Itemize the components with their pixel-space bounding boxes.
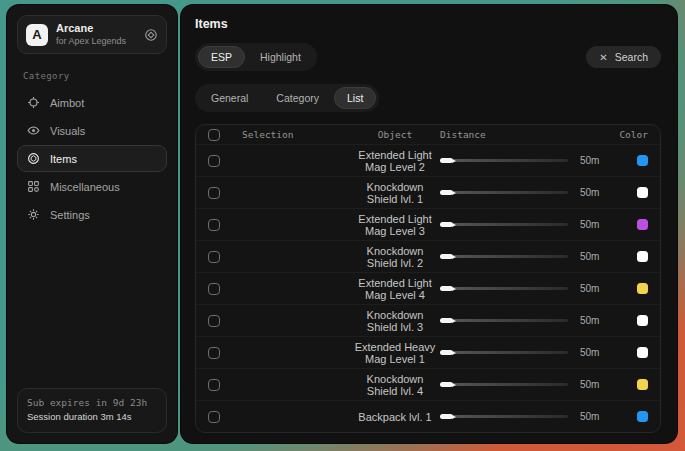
sidebar-item-items[interactable]: Items bbox=[17, 145, 167, 172]
distance-slider[interactable] bbox=[440, 283, 568, 295]
slider-track bbox=[440, 191, 568, 194]
color-swatch[interactable] bbox=[637, 219, 648, 230]
column-header-selection: Selection bbox=[242, 129, 350, 140]
slider-handle[interactable] bbox=[440, 254, 453, 259]
slider-handle[interactable] bbox=[440, 382, 453, 387]
sidebar-item-settings[interactable]: Settings bbox=[17, 201, 167, 228]
distance-slider[interactable] bbox=[440, 251, 568, 263]
sidebar-item-label: Settings bbox=[50, 209, 90, 221]
table-row: Extended Light Mag Level 2 50m bbox=[196, 144, 660, 176]
app-logo: A bbox=[26, 24, 48, 46]
slider-handle[interactable] bbox=[440, 158, 453, 163]
distance-slider[interactable] bbox=[440, 411, 568, 423]
column-header-color: Color bbox=[614, 129, 648, 140]
table-row: Knockdown Shield lvl. 4 50m bbox=[196, 368, 660, 400]
sidebar-item-aimbot[interactable]: Aimbot bbox=[17, 89, 167, 116]
sidebar: A Arcane for Apex Legends Category Aimbo… bbox=[7, 5, 177, 443]
distance-value: 50m bbox=[568, 251, 614, 262]
color-swatch[interactable] bbox=[637, 251, 648, 262]
tab-general[interactable]: General bbox=[198, 87, 261, 109]
slider-track bbox=[440, 383, 568, 386]
app-subtitle: for Apex Legends bbox=[56, 36, 136, 47]
row-object-label: Knockdown Shield lvl. 4 bbox=[350, 373, 440, 397]
slider-handle[interactable] bbox=[440, 414, 453, 419]
distance-slider[interactable] bbox=[440, 187, 568, 199]
sidebar-item-label: Items bbox=[50, 153, 77, 165]
table-row: Backpack lvl. 1 50m bbox=[196, 400, 660, 432]
tab-esp[interactable]: ESP bbox=[198, 46, 245, 68]
distance-slider[interactable] bbox=[440, 379, 568, 391]
subscription-info-card: Sub expires in 9d 23h Session duration 3… bbox=[17, 388, 167, 433]
column-header-distance: Distance bbox=[440, 129, 568, 140]
app-header-card: A Arcane for Apex Legends bbox=[17, 15, 167, 54]
color-swatch[interactable] bbox=[637, 379, 648, 390]
search-button[interactable]: ✕ Search bbox=[586, 46, 661, 68]
row-checkbox[interactable] bbox=[208, 187, 220, 199]
tab-category[interactable]: Category bbox=[263, 87, 332, 109]
session-duration-text: Session duration 3m 14s bbox=[27, 410, 157, 425]
row-checkbox[interactable] bbox=[208, 283, 220, 295]
table-row: Extended Light Mag Level 4 50m bbox=[196, 272, 660, 304]
row-checkbox[interactable] bbox=[208, 219, 220, 231]
color-swatch[interactable] bbox=[637, 347, 648, 358]
row-object-label: Backpack lvl. 1 bbox=[350, 411, 440, 423]
tab-highlight[interactable]: Highlight bbox=[247, 46, 314, 68]
row-checkbox[interactable] bbox=[208, 155, 220, 167]
app-window: A Arcane for Apex Legends Category Aimbo… bbox=[7, 5, 677, 443]
grid-icon bbox=[27, 180, 40, 193]
color-swatch[interactable] bbox=[637, 155, 648, 166]
color-swatch[interactable] bbox=[637, 411, 648, 422]
slider-handle[interactable] bbox=[440, 190, 453, 195]
distance-slider[interactable] bbox=[440, 155, 568, 167]
row-object-label: Extended Heavy Mag Level 1 bbox=[350, 341, 440, 365]
table-header-row: Selection Object Distance Color bbox=[196, 125, 660, 144]
category-section-label: Category bbox=[23, 71, 161, 81]
table-row: Knockdown Shield lvl. 2 50m bbox=[196, 240, 660, 272]
table-row: Knockdown Shield lvl. 1 50m bbox=[196, 176, 660, 208]
slider-handle[interactable] bbox=[440, 222, 453, 227]
sidebar-item-visuals[interactable]: Visuals bbox=[17, 117, 167, 144]
mode-tabs: ESP Highlight bbox=[195, 43, 317, 71]
mode-toolbar: ESP Highlight ✕ Search bbox=[195, 43, 661, 71]
row-checkbox[interactable] bbox=[208, 315, 220, 327]
row-object-label: Extended Light Mag Level 3 bbox=[350, 213, 440, 237]
slider-track bbox=[440, 255, 568, 258]
distance-slider[interactable] bbox=[440, 219, 568, 231]
row-checkbox[interactable] bbox=[208, 347, 220, 359]
row-checkbox[interactable] bbox=[208, 379, 220, 391]
items-table: Selection Object Distance Color Extended… bbox=[195, 124, 661, 433]
slider-handle[interactable] bbox=[440, 318, 453, 323]
distance-slider[interactable] bbox=[440, 347, 568, 359]
select-all-checkbox[interactable] bbox=[208, 129, 220, 141]
app-logo-letter: A bbox=[32, 27, 41, 42]
slider-track bbox=[440, 415, 568, 418]
view-toolbar: General Category List bbox=[195, 84, 661, 112]
color-swatch[interactable] bbox=[637, 187, 648, 198]
distance-slider[interactable] bbox=[440, 315, 568, 327]
color-swatch[interactable] bbox=[637, 283, 648, 294]
sidebar-item-label: Visuals bbox=[50, 125, 85, 137]
sidebar-item-label: Miscellaneous bbox=[50, 181, 120, 193]
color-swatch[interactable] bbox=[637, 315, 648, 326]
search-button-label: Search bbox=[615, 51, 648, 63]
sidebar-item-label: Aimbot bbox=[50, 97, 84, 109]
tab-list[interactable]: List bbox=[334, 87, 376, 109]
slider-handle[interactable] bbox=[440, 350, 453, 355]
row-object-label: Extended Light Mag Level 4 bbox=[350, 277, 440, 301]
distance-value: 50m bbox=[568, 283, 614, 294]
slider-handle[interactable] bbox=[440, 286, 453, 291]
row-object-label: Extended Light Mag Level 2 bbox=[350, 149, 440, 173]
crosshair-icon bbox=[27, 96, 40, 109]
distance-value: 50m bbox=[568, 411, 614, 422]
sidebar-item-miscellaneous[interactable]: Miscellaneous bbox=[17, 173, 167, 200]
pin-icon[interactable] bbox=[144, 28, 158, 42]
row-object-label: Knockdown Shield lvl. 3 bbox=[350, 309, 440, 333]
distance-value: 50m bbox=[568, 219, 614, 230]
slider-track bbox=[440, 351, 568, 354]
box-icon bbox=[27, 152, 40, 165]
row-checkbox[interactable] bbox=[208, 251, 220, 263]
row-checkbox[interactable] bbox=[208, 411, 220, 423]
distance-value: 50m bbox=[568, 379, 614, 390]
distance-value: 50m bbox=[568, 315, 614, 326]
row-object-label: Knockdown Shield lvl. 2 bbox=[350, 245, 440, 269]
